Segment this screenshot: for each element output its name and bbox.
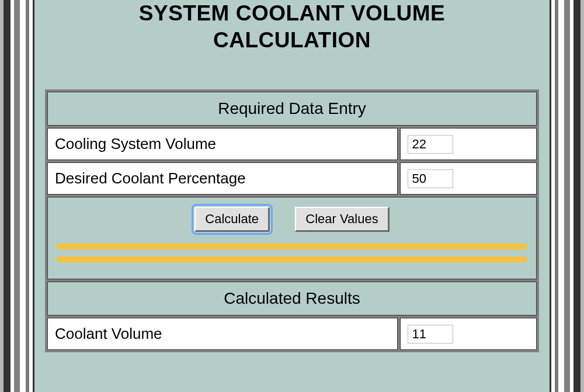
section-header-results: Calculated Results	[47, 282, 537, 315]
label-desired-coolant-percentage: Desired Coolant Percentage	[47, 162, 398, 195]
data-entry-table: Required Data Entry Cooling System Volum…	[45, 89, 539, 352]
buttons-row: Calculate Clear Values	[47, 197, 537, 279]
calculator-panel: SYSTEM COOLANT VOLUME CALCULATION Requir…	[33, 0, 551, 392]
label-coolant-volume: Coolant Volume	[47, 318, 398, 350]
output-coolant-volume[interactable]	[408, 325, 453, 344]
input-desired-coolant-percentage[interactable]	[408, 169, 453, 188]
page-title: SYSTEM COOLANT VOLUME CALCULATION	[45, 0, 539, 89]
separator-bars	[55, 242, 529, 265]
clear-values-button[interactable]: Clear Values	[295, 207, 389, 232]
title-line-2: CALCULATION	[213, 28, 371, 52]
section-header-entry: Required Data Entry	[47, 92, 537, 126]
input-cooling-system-volume[interactable]	[408, 135, 453, 154]
app-frame: SYSTEM COOLANT VOLUME CALCULATION Requir…	[0, 0, 584, 392]
title-line-1: SYSTEM COOLANT VOLUME	[139, 1, 445, 25]
row-desired-coolant-percentage: Desired Coolant Percentage	[47, 162, 537, 195]
row-coolant-volume: Coolant Volume	[47, 318, 537, 350]
calculate-button[interactable]: Calculate	[194, 207, 270, 232]
row-cooling-system-volume: Cooling System Volume	[47, 128, 537, 160]
label-cooling-system-volume: Cooling System Volume	[47, 128, 398, 160]
